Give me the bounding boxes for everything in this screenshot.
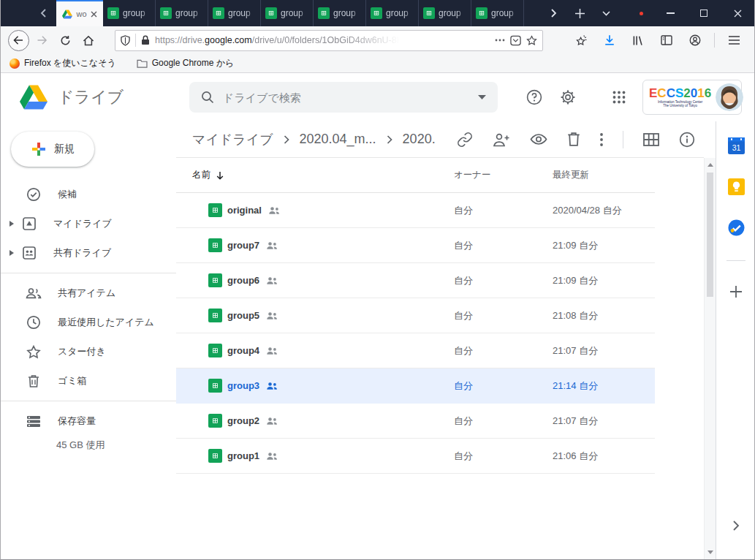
drive-search-box[interactable] [189,82,498,113]
url-bar[interactable]: https://drive.google.com/drive/u/0/folde… [115,30,543,51]
sidebar-item-shared-drives[interactable]: 共有ドライブ [1,238,176,268]
maximize-button[interactable] [687,0,721,26]
file-row[interactable]: group7 自分 21:09 自分 [176,228,655,263]
breadcrumb-current-folder[interactable]: 2020. [403,132,436,147]
new-button[interactable]: 新規 [11,132,94,167]
expander-triangle-icon[interactable] [10,221,14,227]
eccs-logo-letter: 1 [697,86,704,100]
page-actions-icon[interactable] [495,39,505,42]
menu-button[interactable] [722,29,745,52]
sidebar-item-recent[interactable]: 最近使用したアイテム [1,308,176,337]
tasks-icon[interactable] [728,219,745,236]
forward-button[interactable] [30,29,53,52]
tab-group-sheet[interactable]: group [208,0,261,26]
bookmark-star-icon[interactable] [526,35,537,46]
file-row[interactable]: group5 自分 21:08 自分 [176,298,655,333]
google-apps-button[interactable] [604,83,634,112]
add-person-icon[interactable] [493,132,510,147]
file-row[interactable]: group2 自分 21:07 自分 [176,404,655,439]
sidebar-item-trash[interactable]: ゴミ箱 [1,366,176,396]
expander-triangle-icon[interactable] [10,250,14,256]
minimize-button[interactable] [653,0,687,26]
sheets-icon [213,7,224,19]
list-scrollbar[interactable] [704,158,716,559]
new-tab-button[interactable] [566,0,593,26]
bookmark-firefox-tips[interactable]: Firefox を使いこなそう [10,57,116,69]
home-button[interactable] [77,29,100,52]
tab-active-drive[interactable]: wo [56,0,103,26]
sidebars-button[interactable] [655,29,678,52]
help-button[interactable] [520,83,549,112]
search-options-caret-icon[interactable] [478,95,486,99]
bookmark-folder-chrome[interactable]: Google Chrome から [137,57,235,69]
home-icon [83,35,94,46]
column-header-owner[interactable]: オーナー [454,169,553,181]
tab-close-icon[interactable] [91,11,97,18]
file-list-main: マイドライブ 2020.04_m... 2020. [176,121,704,559]
account-button[interactable] [683,29,707,52]
column-header-modified[interactable]: 最終更新 [553,169,655,181]
pocket-icon[interactable] [510,35,521,46]
scrollbar-thumb[interactable] [707,173,713,297]
file-row[interactable]: group1 自分 21:06 自分 [176,439,655,474]
tab-group-sheet[interactable]: group [471,0,524,26]
hide-panel-chevron-icon[interactable] [732,520,740,531]
scroll-up-arrow-icon[interactable] [707,163,713,167]
sidebar-item-priority[interactable]: 候補 [1,180,176,209]
drive-logo-area[interactable]: ドライブ [1,85,189,110]
back-button[interactable] [7,29,30,52]
bookmarks-menu-button[interactable] [569,29,593,52]
more-options-icon[interactable] [600,133,603,146]
toolbar-separator [714,33,715,48]
tab-group-sheet[interactable]: group [261,0,314,26]
delete-trash-icon[interactable] [567,132,580,147]
tab-scroll-left-button[interactable] [30,0,56,26]
get-link-icon[interactable] [457,132,473,148]
tab-group-sheet[interactable]: group [419,0,471,26]
user-avatar[interactable] [716,83,743,111]
sidebar-item-my-drive[interactable]: マイドライブ [1,209,176,238]
column-header-name[interactable]: 名前 [192,169,454,181]
file-row[interactable]: group3 自分 21:14 自分 [176,368,655,404]
file-row[interactable]: group6 自分 21:09 自分 [176,263,655,298]
tab-group-sheet[interactable]: group [103,0,156,26]
list-all-tabs-button[interactable] [593,0,619,26]
grid-view-icon[interactable] [643,133,659,146]
svg-text:31: 31 [732,143,740,152]
keep-icon[interactable] [728,178,745,195]
shared-people-icon [266,311,278,320]
tab-group-sheet[interactable]: group [366,0,419,26]
breadcrumb-my-drive[interactable]: マイドライブ [192,131,273,148]
sidebar-item-starred[interactable]: スター付き [1,337,176,366]
file-name-cell: group7 [227,240,454,251]
tab-group-sheet[interactable]: group [314,0,366,26]
side-panel-divider [726,260,745,261]
tab-title: group [333,8,361,18]
navigation-toolbar: https://drive.google.com/drive/u/0/folde… [1,26,754,54]
scroll-down-arrow-icon[interactable] [707,550,713,554]
file-row[interactable]: original 自分 2020/04/28 自分 [176,193,655,228]
tab-scroll-right-button[interactable] [540,0,566,26]
recording-indicator-dot [640,12,643,15]
settings-button[interactable] [553,83,583,112]
reload-button[interactable] [53,29,77,52]
info-icon[interactable] [679,132,695,148]
library-button[interactable] [626,29,650,52]
breadcrumb-folder[interactable]: 2020.04_m... [300,132,376,147]
tab-group-sheet[interactable]: group [156,0,208,26]
tabbar-spacer [1,0,30,26]
downloads-button[interactable] [598,29,621,52]
file-row[interactable]: group4 自分 21:07 自分 [176,333,655,368]
file-icon-cell [176,309,227,322]
sidebar-item-shared-with-me[interactable]: 共有アイテム [1,279,176,308]
calendar-icon[interactable]: 31 [728,137,745,154]
url-path: /drive/u/0/folders/1ObGiD4dw6nU-8HGV02mq [252,35,404,45]
search-input[interactable] [223,91,469,104]
close-window-button[interactable] [721,0,754,26]
sidebar-item-storage[interactable]: 保存容量 [1,406,176,436]
preview-eye-icon[interactable] [530,133,547,145]
file-icon-cell [176,414,227,428]
shared-people-icon [266,347,278,355]
get-add-ons-plus-icon[interactable] [729,285,743,298]
account-badge[interactable]: ECCS2016 Information Technology Center T… [642,80,742,115]
